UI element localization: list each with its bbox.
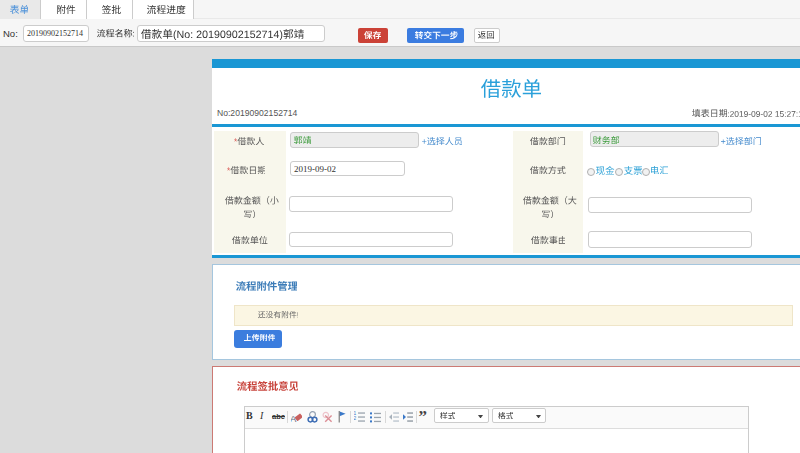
svg-text:2: 2 xyxy=(354,416,357,421)
